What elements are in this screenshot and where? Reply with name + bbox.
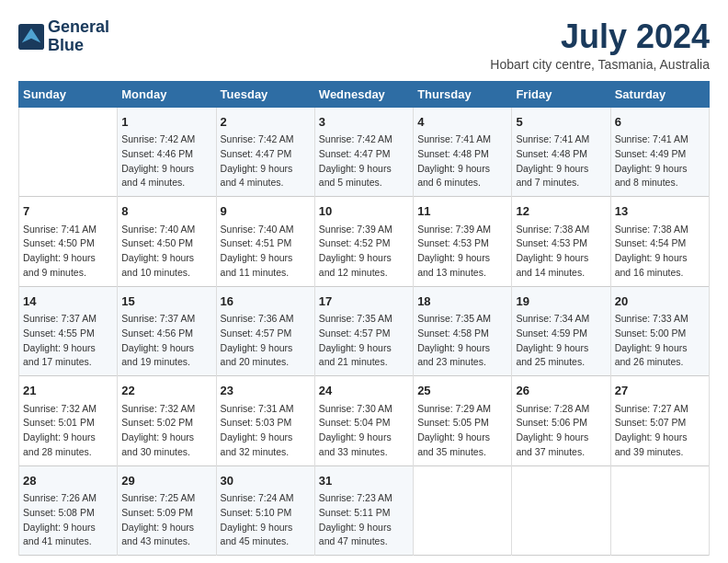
day-number: 23	[221, 382, 311, 400]
day-number: 16	[221, 293, 311, 311]
calendar-cell: 27Sunrise: 7:27 AMSunset: 5:07 PMDayligh…	[610, 376, 709, 466]
day-number: 17	[319, 293, 409, 311]
day-info: Sunrise: 7:33 AMSunset: 5:00 PMDaylight:…	[615, 312, 705, 370]
day-info: Sunrise: 7:35 AMSunset: 4:57 PMDaylight:…	[319, 312, 409, 370]
calendar-cell: 30Sunrise: 7:24 AMSunset: 5:10 PMDayligh…	[216, 465, 314, 556]
calendar-cell: 11Sunrise: 7:39 AMSunset: 4:53 PMDayligh…	[414, 197, 512, 287]
day-info: Sunrise: 7:32 AMSunset: 5:02 PMDaylight:…	[121, 402, 211, 460]
day-number: 18	[417, 293, 507, 311]
day-info: Sunrise: 7:23 AMSunset: 5:11 PMDaylight:…	[319, 491, 409, 549]
day-info: Sunrise: 7:41 AMSunset: 4:50 PMDaylight:…	[23, 223, 113, 281]
calendar-cell: 12Sunrise: 7:38 AMSunset: 4:53 PMDayligh…	[512, 197, 610, 287]
calendar-cell	[610, 465, 709, 556]
calendar-cell: 7Sunrise: 7:41 AMSunset: 4:50 PMDaylight…	[19, 197, 118, 287]
calendar-cell: 4Sunrise: 7:41 AMSunset: 4:48 PMDaylight…	[414, 107, 512, 197]
day-info: Sunrise: 7:41 AMSunset: 4:48 PMDaylight:…	[516, 132, 606, 190]
day-number: 3	[319, 113, 409, 132]
calendar-cell: 25Sunrise: 7:29 AMSunset: 5:05 PMDayligh…	[414, 376, 512, 466]
day-number: 9	[221, 202, 311, 221]
day-info: Sunrise: 7:41 AMSunset: 4:48 PMDaylight:…	[417, 132, 507, 190]
location-subtitle: Hobart city centre, Tasmania, Australia	[490, 57, 710, 72]
day-info: Sunrise: 7:26 AMSunset: 5:08 PMDaylight:…	[23, 491, 113, 549]
day-number: 7	[23, 202, 113, 221]
calendar-cell: 8Sunrise: 7:40 AMSunset: 4:50 PMDaylight…	[118, 197, 216, 287]
weekday-header: Thursday	[414, 81, 512, 107]
day-number: 24	[319, 382, 409, 400]
calendar-cell: 17Sunrise: 7:35 AMSunset: 4:57 PMDayligh…	[314, 286, 413, 376]
day-info: Sunrise: 7:35 AMSunset: 4:58 PMDaylight:…	[417, 312, 507, 370]
day-info: Sunrise: 7:42 AMSunset: 4:47 PMDaylight:…	[319, 132, 409, 190]
weekday-header: Friday	[512, 81, 610, 107]
day-info: Sunrise: 7:27 AMSunset: 5:07 PMDaylight:…	[615, 402, 705, 460]
day-number: 2	[221, 113, 311, 132]
title-block: July 2024 Hobart city centre, Tasmania, …	[490, 18, 710, 72]
day-info: Sunrise: 7:41 AMSunset: 4:49 PMDaylight:…	[615, 132, 705, 190]
weekday-header: Saturday	[610, 81, 709, 107]
day-number: 31	[319, 472, 409, 490]
day-number: 4	[417, 113, 507, 132]
day-info: Sunrise: 7:28 AMSunset: 5:06 PMDaylight:…	[516, 402, 606, 460]
day-number: 8	[121, 202, 211, 221]
calendar-cell: 9Sunrise: 7:40 AMSunset: 4:51 PMDaylight…	[216, 197, 314, 287]
day-info: Sunrise: 7:32 AMSunset: 5:01 PMDaylight:…	[23, 402, 113, 460]
day-number: 11	[417, 202, 507, 221]
calendar-cell: 18Sunrise: 7:35 AMSunset: 4:58 PMDayligh…	[414, 286, 512, 376]
calendar-cell: 10Sunrise: 7:39 AMSunset: 4:52 PMDayligh…	[314, 197, 413, 287]
day-number: 5	[516, 113, 606, 132]
day-info: Sunrise: 7:40 AMSunset: 4:50 PMDaylight:…	[121, 223, 211, 281]
day-number: 20	[615, 293, 705, 311]
day-info: Sunrise: 7:39 AMSunset: 4:52 PMDaylight:…	[319, 223, 409, 281]
day-number: 27	[615, 382, 705, 400]
calendar-table: SundayMondayTuesdayWednesdayThursdayFrid…	[18, 81, 710, 557]
calendar-cell: 3Sunrise: 7:42 AMSunset: 4:47 PMDaylight…	[314, 107, 413, 197]
day-info: Sunrise: 7:38 AMSunset: 4:53 PMDaylight:…	[516, 223, 606, 281]
calendar-cell: 5Sunrise: 7:41 AMSunset: 4:48 PMDaylight…	[512, 107, 610, 197]
day-number: 22	[121, 382, 211, 400]
calendar-cell: 6Sunrise: 7:41 AMSunset: 4:49 PMDaylight…	[610, 107, 709, 197]
day-number: 25	[417, 382, 507, 400]
day-info: Sunrise: 7:31 AMSunset: 5:03 PMDaylight:…	[221, 402, 311, 460]
logo-text: General Blue	[48, 18, 109, 55]
day-info: Sunrise: 7:37 AMSunset: 4:55 PMDaylight:…	[23, 312, 113, 370]
calendar-cell: 16Sunrise: 7:36 AMSunset: 4:57 PMDayligh…	[216, 286, 314, 376]
calendar-cell: 21Sunrise: 7:32 AMSunset: 5:01 PMDayligh…	[19, 376, 118, 466]
page-header: General Blue July 2024 Hobart city centr…	[18, 18, 710, 72]
day-number: 30	[221, 472, 311, 490]
day-number: 1	[121, 113, 211, 132]
calendar-cell	[512, 465, 610, 556]
calendar-week-row: 1Sunrise: 7:42 AMSunset: 4:46 PMDaylight…	[19, 107, 710, 197]
calendar-cell: 22Sunrise: 7:32 AMSunset: 5:02 PMDayligh…	[118, 376, 216, 466]
day-info: Sunrise: 7:30 AMSunset: 5:04 PMDaylight:…	[319, 402, 409, 460]
day-info: Sunrise: 7:38 AMSunset: 4:54 PMDaylight:…	[615, 223, 705, 281]
logo-icon	[18, 24, 44, 50]
day-number: 10	[319, 202, 409, 221]
calendar-cell: 29Sunrise: 7:25 AMSunset: 5:09 PMDayligh…	[118, 465, 216, 556]
day-info: Sunrise: 7:40 AMSunset: 4:51 PMDaylight:…	[221, 223, 311, 281]
day-number: 26	[516, 382, 606, 400]
day-info: Sunrise: 7:29 AMSunset: 5:05 PMDaylight:…	[417, 402, 507, 460]
day-info: Sunrise: 7:34 AMSunset: 4:59 PMDaylight:…	[516, 312, 606, 370]
day-number: 19	[516, 293, 606, 311]
calendar-header-row: SundayMondayTuesdayWednesdayThursdayFrid…	[19, 81, 710, 107]
calendar-cell: 23Sunrise: 7:31 AMSunset: 5:03 PMDayligh…	[216, 376, 314, 466]
day-number: 13	[615, 202, 705, 221]
calendar-cell: 20Sunrise: 7:33 AMSunset: 5:00 PMDayligh…	[610, 286, 709, 376]
day-info: Sunrise: 7:39 AMSunset: 4:53 PMDaylight:…	[417, 223, 507, 281]
day-info: Sunrise: 7:42 AMSunset: 4:46 PMDaylight:…	[121, 132, 211, 190]
calendar-cell: 26Sunrise: 7:28 AMSunset: 5:06 PMDayligh…	[512, 376, 610, 466]
day-info: Sunrise: 7:42 AMSunset: 4:47 PMDaylight:…	[221, 132, 311, 190]
calendar-cell: 13Sunrise: 7:38 AMSunset: 4:54 PMDayligh…	[610, 197, 709, 287]
day-number: 21	[23, 382, 113, 400]
month-title: July 2024	[490, 18, 710, 55]
weekday-header: Sunday	[19, 81, 118, 107]
day-info: Sunrise: 7:37 AMSunset: 4:56 PMDaylight:…	[121, 312, 211, 370]
day-info: Sunrise: 7:24 AMSunset: 5:10 PMDaylight:…	[221, 491, 311, 549]
day-number: 28	[23, 472, 113, 490]
calendar-cell	[414, 465, 512, 556]
calendar-week-row: 14Sunrise: 7:37 AMSunset: 4:55 PMDayligh…	[19, 286, 710, 376]
logo: General Blue	[18, 18, 109, 55]
calendar-cell: 19Sunrise: 7:34 AMSunset: 4:59 PMDayligh…	[512, 286, 610, 376]
day-number: 6	[615, 113, 705, 132]
calendar-cell: 2Sunrise: 7:42 AMSunset: 4:47 PMDaylight…	[216, 107, 314, 197]
calendar-cell: 1Sunrise: 7:42 AMSunset: 4:46 PMDaylight…	[118, 107, 216, 197]
